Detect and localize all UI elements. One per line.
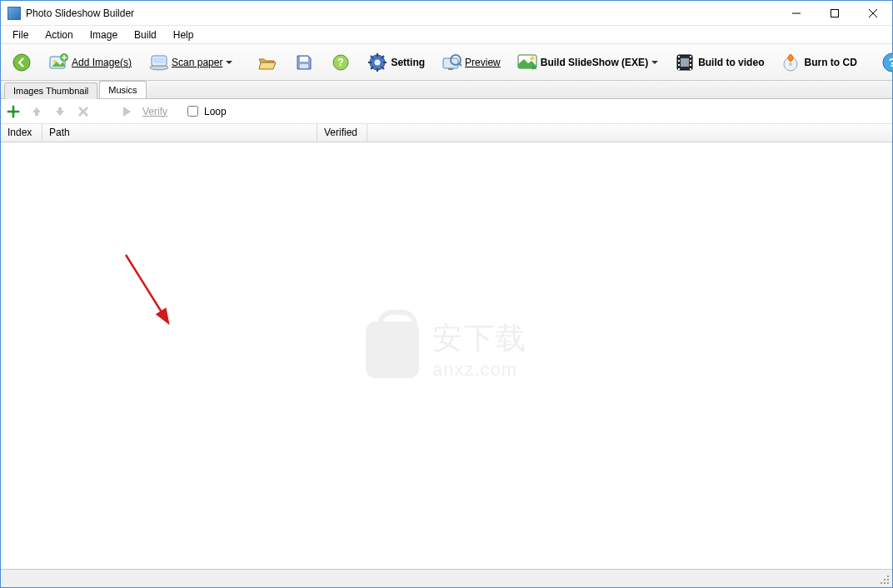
folder-open-icon [257,52,277,72]
svg-point-30 [530,56,534,60]
svg-rect-34 [678,60,680,62]
annotation-arrow [122,251,188,334]
svg-rect-49 [881,582,882,584]
loop-checkbox-input[interactable] [187,106,198,117]
back-icon [12,52,32,72]
svg-point-42 [789,62,792,66]
svg-rect-46 [887,576,889,577]
move-down-button[interactable] [52,104,67,119]
app-icon [7,7,21,20]
svg-rect-51 [887,582,889,584]
svg-point-4 [13,54,30,71]
window-title: Photo Slideshow Builder [26,7,134,19]
add-images-label: Add Image(s) [72,57,132,68]
column-verified[interactable]: Verified [317,124,367,142]
tab-musics[interactable]: Musics [99,81,146,98]
minimize-icon [792,9,801,17]
save-button[interactable] [288,49,320,76]
app-window: Photo Slideshow Builder File Action Imag… [0,0,893,588]
svg-rect-39 [690,64,691,66]
move-up-button[interactable] [29,104,44,119]
arrow-up-icon [31,106,42,117]
svg-rect-40 [690,68,691,70]
build-to-video-button[interactable]: Build to video [669,49,770,76]
tabstrip: Images Thumbnail Musics [1,81,892,99]
open-button[interactable] [252,49,283,76]
add-images-button[interactable]: Add Image(s) [42,49,137,76]
column-index[interactable]: Index [1,124,42,142]
svg-line-45 [126,255,167,321]
music-list-area: 安下载 anxz.com [1,142,892,569]
svg-rect-1 [831,9,839,17]
svg-rect-36 [678,68,680,70]
menu-help[interactable]: Help [165,27,202,42]
close-icon [869,9,877,17]
scan-paper-button[interactable]: Scan paper [142,49,238,76]
setting-label: Setting [391,57,425,68]
list-column-header: Index Path Verified [1,124,892,142]
loop-checkbox[interactable]: Loop [184,103,227,119]
svg-line-28 [459,63,461,67]
svg-rect-32 [681,58,689,67]
close-button[interactable] [854,1,892,26]
svg-rect-38 [690,60,691,62]
watermark-text-1: 安下载 [432,318,527,359]
menu-image[interactable]: Image [82,27,126,42]
add-music-button[interactable] [6,104,21,119]
svg-rect-33 [678,56,680,57]
watermark: 安下载 anxz.com [366,318,527,381]
chevron-down-icon [226,59,232,66]
resize-grip-icon[interactable] [879,574,891,586]
film-icon [675,52,695,72]
svg-rect-50 [884,582,886,584]
svg-rect-12 [300,64,308,68]
arrow-down-icon [54,106,66,117]
svg-point-16 [375,59,381,65]
play-verify-button[interactable] [119,104,134,119]
svg-rect-11 [300,57,308,62]
preview-button[interactable]: Preview [436,49,506,76]
verify-link[interactable]: Verify [142,106,167,117]
slideshow-icon [517,52,537,72]
svg-rect-26 [448,68,453,70]
menu-file[interactable]: File [4,27,37,42]
menubar: File Action Image Build Help [1,26,892,44]
svg-rect-37 [690,56,691,57]
help-button[interactable]: ? [876,49,893,76]
minimize-button[interactable] [777,1,816,26]
build-to-video-label: Build to video [698,57,764,68]
scanner-icon [148,52,168,72]
plus-icon [7,105,20,118]
preview-label: Preview [465,57,501,68]
svg-rect-10 [153,57,165,63]
preview-icon [442,52,461,72]
play-icon [122,106,132,117]
back-button[interactable] [6,49,37,76]
remove-button[interactable] [76,104,91,119]
svg-rect-35 [678,64,680,66]
save-icon [294,52,314,72]
svg-rect-48 [887,579,889,581]
svg-text:?: ? [888,55,893,69]
svg-rect-47 [884,579,886,581]
main-toolbar: Add Image(s) Scan paper ? [1,44,892,81]
burn-to-cd-button[interactable]: Burn to CD [775,49,862,76]
help-circle-button[interactable]: ? [325,49,357,76]
build-slideshow-button[interactable]: Build SlideShow (EXE) [511,49,664,76]
gear-icon [367,52,387,72]
bag-icon [366,321,419,378]
maximize-button[interactable] [816,1,854,26]
statusbar [1,569,892,587]
tab-images-thumbnail[interactable]: Images Thumbnail [4,82,97,99]
titlebar: Photo Slideshow Builder [1,1,892,26]
svg-text:?: ? [338,57,344,68]
musics-toolbar: Verify Loop [1,99,892,124]
add-images-icon [48,52,68,72]
menu-action[interactable]: Action [37,27,81,42]
menu-build[interactable]: Build [126,27,165,42]
burn-cd-icon [781,52,801,72]
help-small-icon: ? [331,52,351,72]
setting-button[interactable]: Setting [362,49,431,76]
column-path[interactable]: Path [42,124,317,142]
chevron-down-icon [651,59,658,66]
